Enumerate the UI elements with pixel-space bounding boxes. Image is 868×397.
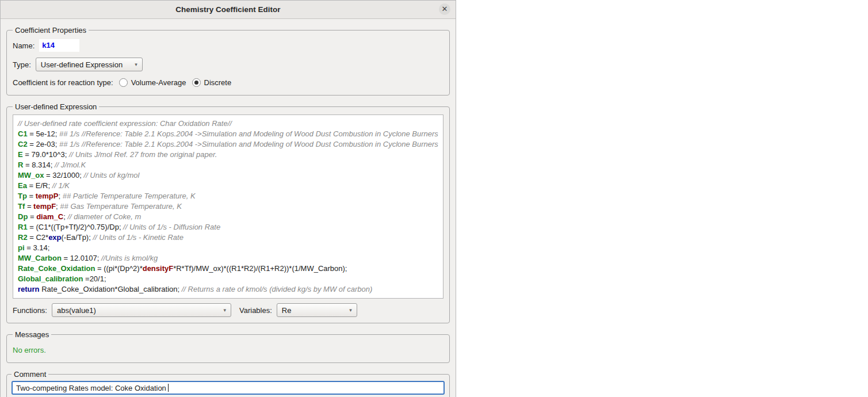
chevron-down-icon: ▾ xyxy=(223,307,226,313)
coefficient-editor-dialog-k14: Chemistry Coefficient Editor ✕ Coefficie… xyxy=(0,0,456,397)
comment-group: Comment Two-competing Rates model: Coke … xyxy=(6,370,450,397)
type-label: Type: xyxy=(13,60,31,69)
radio-volume-average[interactable] xyxy=(119,78,128,87)
screen: Chemistry Coefficient Editor ✕ Coefficie… xyxy=(0,0,868,397)
expression-code-editor[interactable]: // User-defined rate coefficient express… xyxy=(13,114,443,299)
radio-discrete-label[interactable]: Discrete xyxy=(204,78,232,87)
comment-input[interactable]: Two-competing Rates model: Coke Oxidatio… xyxy=(12,381,445,395)
coefficient-properties-legend: Coefficient Properties xyxy=(13,26,89,35)
name-field[interactable]: k14 xyxy=(39,39,79,52)
radio-volume-average-label[interactable]: Volume-Average xyxy=(131,78,186,87)
functions-dropdown[interactable]: abs(value1) ▾ xyxy=(52,303,231,317)
comment-input-value: Two-competing Rates model: Coke Oxidatio… xyxy=(16,384,166,392)
text-cursor xyxy=(168,384,169,392)
messages-text: No errors. xyxy=(13,346,443,354)
reaction-type-label: Coefficient is for reaction type: xyxy=(13,78,113,87)
messages-legend: Messages xyxy=(13,330,51,339)
messages-group: Messages No errors. xyxy=(6,330,450,363)
variables-label: Variables: xyxy=(239,306,272,315)
comment-legend: Comment xyxy=(12,370,48,379)
name-label: Name: xyxy=(13,41,35,50)
type-dropdown[interactable]: User-defined Expression ▾ xyxy=(36,58,143,71)
coefficient-properties-group: Coefficient Properties Name: k14 Type: U… xyxy=(6,26,450,96)
dialog-title: Chemistry Coefficient Editor xyxy=(175,5,280,14)
close-icon[interactable]: ✕ xyxy=(439,3,450,15)
user-defined-expression-group: User-defined Expression // User-defined … xyxy=(6,102,450,323)
type-dropdown-value: User-defined Expression xyxy=(41,60,123,69)
chevron-down-icon: ▾ xyxy=(349,307,352,313)
variables-dropdown-value: Re xyxy=(282,306,292,315)
chevron-down-icon: ▾ xyxy=(135,62,137,67)
variables-dropdown[interactable]: Re ▾ xyxy=(277,303,357,317)
dialog-content: Coefficient Properties Name: k14 Type: U… xyxy=(1,19,456,397)
user-defined-expression-legend: User-defined Expression xyxy=(13,102,99,111)
functions-label: Functions: xyxy=(13,306,47,315)
functions-dropdown-value: abs(value1) xyxy=(57,306,96,315)
radio-discrete[interactable] xyxy=(192,78,201,87)
dialog-titlebar[interactable]: Chemistry Coefficient Editor ✕ xyxy=(1,1,456,19)
